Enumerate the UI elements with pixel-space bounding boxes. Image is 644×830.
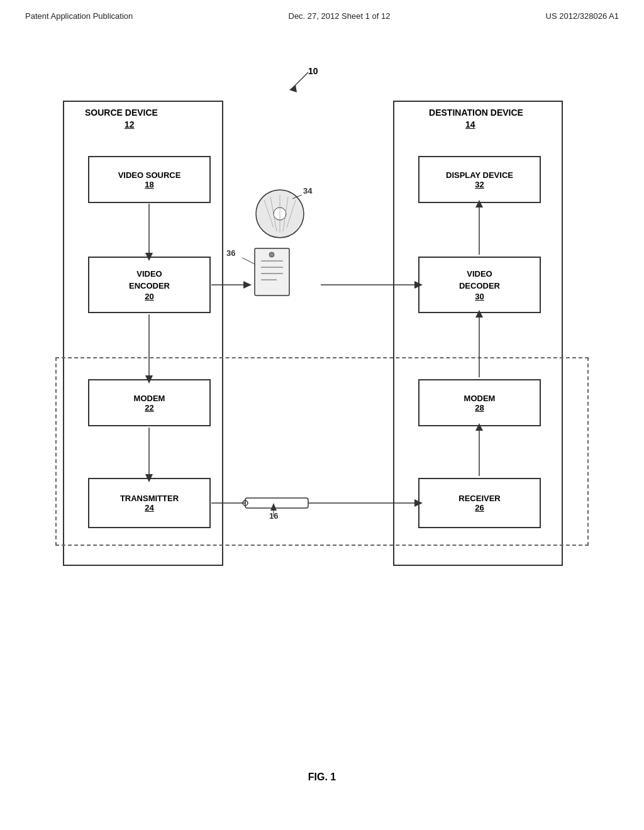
video-encoder-label: VIDEOENCODER bbox=[129, 268, 170, 291]
fig-label: FIG. 1 bbox=[308, 772, 336, 783]
ref10-arrow bbox=[270, 66, 321, 97]
video-decoder-box: VIDEODECODER 30 bbox=[418, 257, 541, 313]
video-decoder-num: 30 bbox=[475, 292, 484, 301]
svg-line-26 bbox=[270, 197, 277, 231]
video-encoder-box: VIDEOENCODER 20 bbox=[88, 257, 211, 313]
svg-marker-15 bbox=[243, 281, 252, 289]
svg-point-37 bbox=[269, 252, 274, 257]
source-device-num: 12 bbox=[125, 119, 135, 130]
svg-line-38 bbox=[242, 258, 255, 264]
dashed-enclosure bbox=[55, 357, 589, 546]
svg-line-28 bbox=[283, 197, 288, 231]
svg-line-30 bbox=[292, 195, 302, 199]
display-device-num: 32 bbox=[475, 180, 484, 189]
svg-point-23 bbox=[256, 190, 304, 238]
source-device-label: SOURCE DEVICE bbox=[85, 107, 158, 118]
video-source-label: VIDEO SOURCE bbox=[118, 170, 181, 180]
page-header: Patent Application Publication Dec. 27, … bbox=[0, 0, 644, 21]
svg-point-24 bbox=[274, 208, 286, 220]
video-source-num: 18 bbox=[145, 180, 153, 189]
svg-line-25 bbox=[264, 200, 274, 228]
dest-device-label: DESTINATION DEVICE bbox=[407, 107, 545, 118]
video-source-box: VIDEO SOURCE 18 bbox=[88, 156, 211, 203]
svg-text:34: 34 bbox=[303, 186, 313, 196]
display-device-box: DISPLAY DEVICE 32 bbox=[418, 156, 541, 203]
svg-text:36: 36 bbox=[226, 248, 235, 258]
svg-marker-1 bbox=[289, 85, 297, 92]
header-center: Dec. 27, 2012 Sheet 1 of 12 bbox=[289, 11, 391, 21]
svg-rect-32 bbox=[255, 248, 289, 296]
svg-line-29 bbox=[287, 200, 296, 228]
header-right: US 2012/328026 A1 bbox=[546, 11, 619, 21]
video-encoder-num: 20 bbox=[145, 292, 153, 301]
dest-device-num: 14 bbox=[465, 119, 475, 130]
video-decoder-label: VIDEODECODER bbox=[459, 268, 500, 291]
header-left: Patent Application Publication bbox=[25, 11, 133, 21]
display-device-label: DISPLAY DEVICE bbox=[446, 170, 513, 180]
diagram-area: 10 SOURCE DEVICE 12 DESTINATION DEVICE 1… bbox=[50, 63, 597, 704]
